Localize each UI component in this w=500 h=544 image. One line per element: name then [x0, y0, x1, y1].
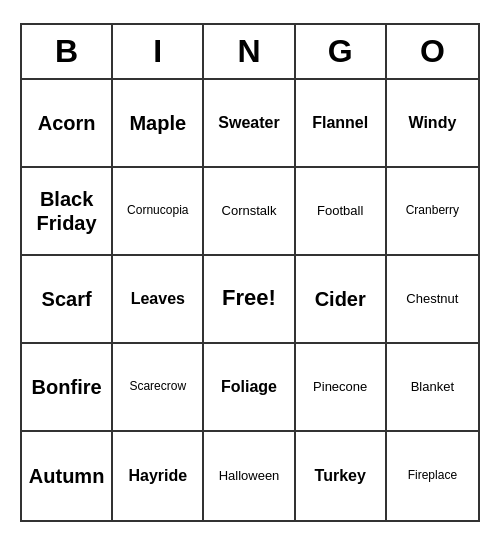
- bingo-cell-13: Cider: [296, 256, 387, 344]
- cell-text-5: Black Friday: [26, 187, 107, 235]
- bingo-cell-20: Autumn: [22, 432, 113, 520]
- cell-text-4: Windy: [408, 113, 456, 132]
- cell-text-3: Flannel: [312, 113, 368, 132]
- bingo-cell-2: Sweater: [204, 80, 295, 168]
- cell-text-22: Halloween: [219, 468, 280, 484]
- bingo-cell-24: Fireplace: [387, 432, 478, 520]
- header-letter-i: I: [113, 25, 204, 78]
- bingo-cell-4: Windy: [387, 80, 478, 168]
- bingo-cell-18: Pinecone: [296, 344, 387, 432]
- cell-text-18: Pinecone: [313, 379, 367, 395]
- bingo-cell-0: Acorn: [22, 80, 113, 168]
- cell-text-10: Scarf: [42, 287, 92, 311]
- cell-text-17: Foliage: [221, 377, 277, 396]
- bingo-cell-9: Cranberry: [387, 168, 478, 256]
- header-letter-g: G: [296, 25, 387, 78]
- cell-text-20: Autumn: [29, 464, 105, 488]
- bingo-cell-15: Bonfire: [22, 344, 113, 432]
- cell-text-19: Blanket: [411, 379, 454, 395]
- header-letter-o: O: [387, 25, 478, 78]
- cell-text-2: Sweater: [218, 113, 279, 132]
- bingo-cell-17: Foliage: [204, 344, 295, 432]
- header-letter-n: N: [204, 25, 295, 78]
- bingo-cell-3: Flannel: [296, 80, 387, 168]
- cell-text-7: Cornstalk: [222, 203, 277, 219]
- cell-text-0: Acorn: [38, 111, 96, 135]
- bingo-cell-6: Cornucopia: [113, 168, 204, 256]
- cell-text-1: Maple: [129, 111, 186, 135]
- bingo-cell-19: Blanket: [387, 344, 478, 432]
- cell-text-13: Cider: [315, 287, 366, 311]
- header-letter-b: B: [22, 25, 113, 78]
- bingo-card: BINGO AcornMapleSweaterFlannelWindyBlack…: [20, 23, 480, 522]
- cell-text-16: Scarecrow: [129, 379, 186, 393]
- cell-text-8: Football: [317, 203, 363, 219]
- cell-text-21: Hayride: [128, 466, 187, 485]
- bingo-cell-12: Free!: [204, 256, 295, 344]
- bingo-grid: AcornMapleSweaterFlannelWindyBlack Frida…: [22, 80, 478, 520]
- cell-text-6: Cornucopia: [127, 203, 188, 217]
- bingo-cell-8: Football: [296, 168, 387, 256]
- bingo-cell-11: Leaves: [113, 256, 204, 344]
- cell-text-9: Cranberry: [406, 203, 459, 217]
- cell-text-12: Free!: [222, 285, 276, 311]
- cell-text-14: Chestnut: [406, 291, 458, 307]
- bingo-cell-5: Black Friday: [22, 168, 113, 256]
- bingo-cell-21: Hayride: [113, 432, 204, 520]
- cell-text-11: Leaves: [131, 289, 185, 308]
- bingo-cell-7: Cornstalk: [204, 168, 295, 256]
- bingo-cell-10: Scarf: [22, 256, 113, 344]
- bingo-header: BINGO: [22, 25, 478, 80]
- cell-text-24: Fireplace: [408, 468, 457, 482]
- bingo-cell-1: Maple: [113, 80, 204, 168]
- cell-text-23: Turkey: [315, 466, 366, 485]
- cell-text-15: Bonfire: [32, 375, 102, 399]
- bingo-cell-16: Scarecrow: [113, 344, 204, 432]
- bingo-cell-23: Turkey: [296, 432, 387, 520]
- bingo-cell-14: Chestnut: [387, 256, 478, 344]
- bingo-cell-22: Halloween: [204, 432, 295, 520]
